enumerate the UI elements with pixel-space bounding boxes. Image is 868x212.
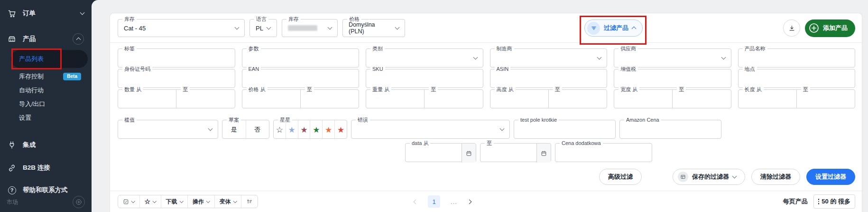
actions-menu-button[interactable]: 操作 xyxy=(187,195,214,208)
add-product-button[interactable]: 添加产品 xyxy=(805,19,855,37)
asin-field[interactable]: ASIN xyxy=(490,69,608,88)
export-download-button[interactable] xyxy=(783,19,800,37)
filter-row-4: 槛值 草案 是 否 星星 ☆ ★ xyxy=(118,120,855,139)
chevron-down-icon xyxy=(266,25,271,30)
location-field[interactable]: 地点 xyxy=(738,69,856,88)
date-from-field[interactable]: data 从 xyxy=(405,143,476,162)
draft-yes-button[interactable]: 是 xyxy=(222,120,246,139)
width-from-field[interactable]: 宽度 从 xyxy=(614,89,673,108)
price-from-field[interactable]: 价格 从 xyxy=(242,89,301,108)
tags-field[interactable]: 标签 xyxy=(118,48,235,67)
weight-to-field[interactable]: 至 xyxy=(424,89,483,108)
date-from-input[interactable] xyxy=(406,144,462,163)
star-icon[interactable]: ★ xyxy=(298,120,310,139)
test-pole-field[interactable]: test pole krotkie xyxy=(514,120,616,139)
price-select[interactable]: 价格 Domyślna (PLN) xyxy=(342,19,405,37)
collapse-button[interactable] xyxy=(73,33,84,45)
sidebar-item-b2b[interactable]: B2B 连接 xyxy=(0,160,92,176)
threshold-select[interactable]: 槛值 xyxy=(118,120,218,139)
filter-actions: 高级过滤 保存的过滤器 清除过滤器 设置过滤器 xyxy=(118,169,855,185)
sidebar-item-label: 帮助和联系方式 xyxy=(23,186,68,194)
stock-select-value: Cat - 45 xyxy=(124,25,146,32)
height-from-field[interactable]: 高度 从 xyxy=(490,89,549,108)
star-icon[interactable]: ★ xyxy=(322,120,334,139)
length-to-field[interactable]: 至 xyxy=(796,89,855,108)
star-icon[interactable]: ★ xyxy=(334,120,347,139)
per-page-control: 每页产品 50 的 很多 xyxy=(783,194,855,209)
ean-field[interactable]: EAN xyxy=(242,69,360,88)
manufacturer-select[interactable]: 制造商 xyxy=(490,48,608,67)
bottom-toolbar: ☆ 下载 操作 变体 xyxy=(110,191,862,212)
quantity-to-field[interactable]: 至 xyxy=(176,89,235,108)
sidebar-item-label: 集成 xyxy=(23,141,36,149)
length-from-field[interactable]: 长度 从 xyxy=(738,89,797,108)
sku-field[interactable]: SKU xyxy=(366,69,483,88)
next-page-button[interactable] xyxy=(467,199,471,204)
width-range: 宽度 从 至 xyxy=(614,89,731,108)
star-filter-button[interactable]: ☆ xyxy=(139,195,161,208)
category-select[interactable]: 类别 xyxy=(366,48,483,67)
variants-menu-button[interactable]: 变体 xyxy=(214,195,241,208)
page-ellipsis: ... xyxy=(451,198,457,205)
calendar-button[interactable] xyxy=(462,144,476,163)
weight-from-field[interactable]: 重量 从 xyxy=(366,89,425,108)
star-icon[interactable]: ★ xyxy=(286,120,298,139)
id-number-field[interactable]: 身份证号码 xyxy=(118,69,235,88)
vat-field[interactable]: 增值税 xyxy=(614,69,731,88)
sidebar-item-import-export[interactable]: 导入/出口 xyxy=(11,97,88,111)
sidebar-item-product-list[interactable]: 产品列表 xyxy=(11,50,88,68)
width-to-field[interactable]: 至 xyxy=(672,89,731,108)
height-to-field[interactable]: 至 xyxy=(548,89,607,108)
sidebar-item-products[interactable]: 产品 xyxy=(0,31,92,47)
error-select[interactable]: 错误 xyxy=(351,120,510,139)
prev-page-button[interactable] xyxy=(414,199,418,204)
topbar: 库存 Cat - 45 语言 PL 库存 价格 Domyślna (PLN) xyxy=(110,13,862,42)
quantity-from-field[interactable]: 数量 从 xyxy=(118,89,176,108)
extra-price-field[interactable]: Cena dodatkowa xyxy=(555,143,652,162)
product-name-field[interactable]: 产品名称 xyxy=(738,48,856,67)
sidebar-item-label: 库存控制 xyxy=(19,72,44,81)
sort-button[interactable] xyxy=(241,195,258,208)
advanced-filter-button[interactable]: 高级过滤 xyxy=(599,169,642,185)
chevron-down-icon xyxy=(179,199,183,203)
saved-filters-button[interactable]: 保存的过滤器 xyxy=(673,169,745,185)
sidebar-item-settings[interactable]: 设置 xyxy=(11,111,88,125)
help-icon xyxy=(8,186,16,194)
price-range: 价格 从 至 xyxy=(242,89,360,108)
plus-circle-icon xyxy=(808,22,820,34)
sidebar-item-label: 产品列表 xyxy=(19,55,44,63)
filter-panel: 标签 参数 类别 制造商 供应商 产品名称 xyxy=(110,43,862,191)
chevron-down-icon xyxy=(153,199,157,203)
star-icon[interactable]: ★ xyxy=(310,120,322,139)
filter-products-button[interactable]: 过滤产品 xyxy=(584,19,643,37)
table-icon xyxy=(678,172,688,182)
cart-icon xyxy=(8,9,16,18)
add-market-button[interactable] xyxy=(73,196,85,208)
date-to-input[interactable] xyxy=(480,144,536,163)
chevron-up-icon xyxy=(632,27,637,31)
sidebar-item-orders[interactable]: 订单 xyxy=(0,5,92,21)
language-select[interactable]: 语言 PL xyxy=(249,19,277,37)
stock-select[interactable]: 库存 Cat - 45 xyxy=(118,19,245,37)
download-menu-button[interactable]: 下载 xyxy=(161,195,188,208)
price-to-field[interactable]: 至 xyxy=(300,89,359,108)
apply-filters-button[interactable]: 设置过滤器 xyxy=(806,169,855,185)
sidebar-item-integrations[interactable]: 集成 xyxy=(0,137,92,153)
calendar-button[interactable] xyxy=(536,144,551,163)
amazon-price-field[interactable]: Amazon Cena xyxy=(619,120,721,139)
current-page[interactable]: 1 xyxy=(428,195,440,208)
supplier-select[interactable]: 供应商 xyxy=(614,48,731,67)
date-to-field[interactable]: 至 xyxy=(480,143,551,162)
sidebar: 订单 产品 产品列表 库存控制 Beta 自动行动 导入/出口 xyxy=(0,0,92,212)
sidebar-item-label: 自动行动 xyxy=(19,86,44,95)
sidebar-item-auto-actions[interactable]: 自动行动 xyxy=(11,83,88,97)
stock2-select[interactable]: 库存 xyxy=(282,19,338,37)
sidebar-item-stock-control[interactable]: 库存控制 Beta xyxy=(11,69,88,83)
per-page-select[interactable]: 50 的 很多 xyxy=(813,194,855,209)
draft-no-button[interactable]: 否 xyxy=(246,120,269,139)
plug-icon xyxy=(8,141,16,149)
select-all-button[interactable] xyxy=(118,195,139,208)
parameters-field[interactable]: 参数 xyxy=(242,48,360,67)
star-icon[interactable]: ☆ xyxy=(274,120,286,139)
clear-filters-button[interactable]: 清除过滤器 xyxy=(751,169,800,185)
